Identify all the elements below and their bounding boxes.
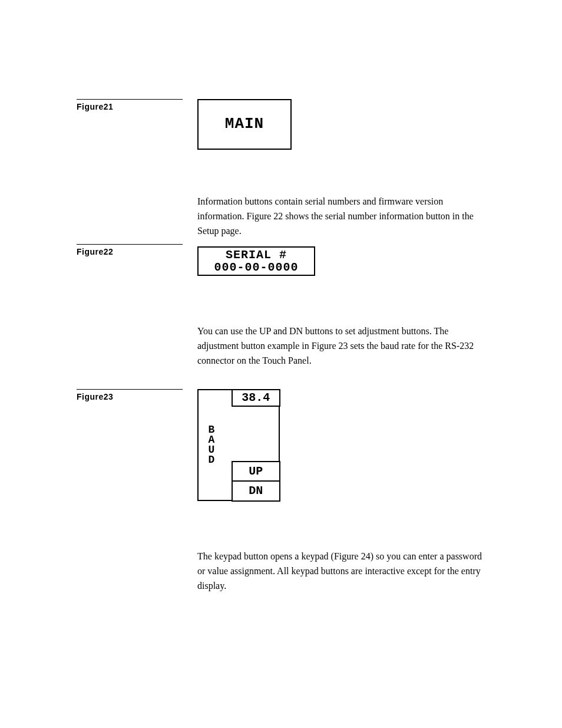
paragraph-2: You can use the UP and DN buttons to set… (197, 324, 486, 368)
figure23-label: Figure23 (77, 392, 183, 401)
serial-line2: 000-00-0000 (214, 261, 298, 274)
baud-value-display: 38.4 (232, 389, 280, 407)
figure22-serial-text: SERIAL # 000-00-0000 (214, 249, 298, 274)
figure23-baud-widget: BAUD 38.4 UP DN (197, 389, 280, 501)
figure22-serial-button: SERIAL # 000-00-0000 (197, 246, 315, 276)
figure22-caption-block: Figure22 (77, 244, 183, 256)
paragraph-1: Information buttons contain serial numbe… (197, 195, 486, 238)
figure23-rule (77, 389, 183, 390)
figure23-caption-block: Figure23 (77, 389, 183, 401)
figure21-rule (77, 99, 183, 100)
baud-right-column: 38.4 UP DN (232, 389, 280, 502)
baud-vertical-label: BAUD (202, 425, 221, 465)
figure22-label: Figure22 (77, 247, 183, 256)
figure21-caption-block: Figure21 (77, 99, 183, 111)
paragraph-3: The keypad button opens a keypad (Figure… (197, 549, 486, 593)
figure21-label: Figure21 (77, 102, 183, 111)
baud-value-text: 38.4 (242, 391, 270, 404)
page: Figure21 MAIN Information buttons contai… (0, 0, 562, 728)
baud-dn-text: DN (249, 484, 263, 498)
baud-up-text: UP (249, 465, 263, 478)
figure21-main-text: MAIN (225, 116, 264, 132)
figure21-main-button[interactable]: MAIN (197, 99, 292, 150)
figure22-rule (77, 244, 183, 245)
baud-dn-button[interactable]: DN (232, 480, 280, 502)
baud-up-button[interactable]: UP (232, 461, 280, 482)
serial-line1: SERIAL # (214, 249, 298, 261)
